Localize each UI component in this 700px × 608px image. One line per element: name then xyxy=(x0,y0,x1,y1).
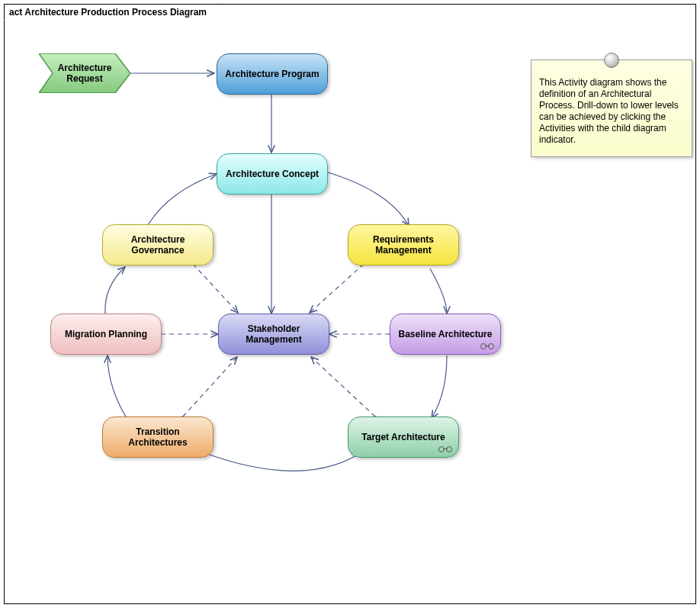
diagram-note: This Activity diagram shows the definiti… xyxy=(531,60,692,157)
note-text: This Activity diagram shows the definiti… xyxy=(539,77,679,145)
node-label: Architecture Governance xyxy=(106,234,210,256)
node-baseline-architecture[interactable]: Baseline Architecture xyxy=(390,314,501,355)
node-architecture-request[interactable]: Architecture Request xyxy=(39,53,130,93)
node-migration-planning[interactable]: Migration Planning xyxy=(50,314,162,355)
node-architecture-concept[interactable]: Architecture Concept xyxy=(217,153,328,195)
node-target-architecture[interactable]: Target Architecture xyxy=(348,417,459,458)
node-label: Baseline Architecture xyxy=(399,329,493,339)
node-requirements-management[interactable]: Requirements Management xyxy=(348,224,459,265)
node-label: Target Architecture xyxy=(361,432,445,442)
node-label: Migration Planning xyxy=(65,329,147,339)
node-label: Architecture Request xyxy=(39,63,130,84)
node-architecture-governance[interactable]: Architecture Governance xyxy=(102,224,214,265)
node-label: Requirements Management xyxy=(352,234,455,256)
title-prefix: act xyxy=(9,7,22,18)
child-diagram-indicator-icon xyxy=(480,343,494,349)
node-label: Stakeholder Management xyxy=(222,323,326,345)
svg-line-8 xyxy=(311,357,375,417)
title-text: Architecture Production Process Diagram xyxy=(24,7,207,18)
pin-icon xyxy=(604,53,619,68)
node-label: Architecture Program xyxy=(225,69,319,79)
svg-line-4 xyxy=(310,264,364,313)
node-transition-architectures[interactable]: Transition Architectures xyxy=(102,417,214,458)
svg-line-3 xyxy=(193,264,238,313)
child-diagram-indicator-icon xyxy=(438,446,452,452)
diagram-frame: act Architecture Production Process Diag… xyxy=(4,4,696,604)
node-stakeholder-management[interactable]: Stakeholder Management xyxy=(218,314,329,355)
node-label: Transition Architectures xyxy=(106,426,210,448)
node-architecture-program[interactable]: Architecture Program xyxy=(217,53,328,95)
svg-line-7 xyxy=(183,357,237,417)
node-label: Architecture Concept xyxy=(226,169,319,179)
diagram-title: act Architecture Production Process Diag… xyxy=(4,4,221,21)
